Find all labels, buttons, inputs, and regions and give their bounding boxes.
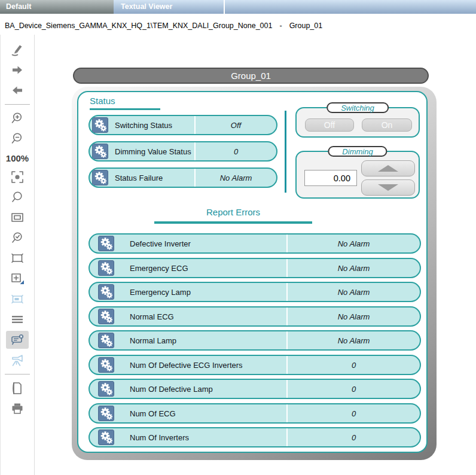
report-row-num-of-defective-lamp: Num Of Defective Lamp 0: [89, 379, 421, 399]
report-row-label: Normal Lamp: [130, 336, 176, 345]
zoom-out-icon[interactable]: [6, 130, 29, 148]
selection-rect-icon[interactable]: [6, 249, 29, 267]
report-row-label: Num Of Inverters: [130, 433, 189, 442]
report-errors-title-underline: [154, 221, 312, 224]
tab-default[interactable]: Default: [0, 0, 114, 14]
status-title-underline: [90, 108, 160, 110]
print-icon[interactable]: [6, 400, 29, 418]
arrow-left-icon[interactable]: [6, 81, 29, 99]
tab-textual-viewer[interactable]: Textual Viewer: [114, 0, 225, 14]
dimming-value-input[interactable]: [304, 170, 357, 186]
report-row-num-of-defective-ecg-inverters: Num Of Defective ECG Inverters 0: [89, 355, 421, 375]
report-row-label: Num Of Defective Lamp: [130, 385, 213, 394]
report-row-value: No Alarm: [288, 235, 420, 252]
report-row-value: 0: [288, 380, 420, 398]
status-row-value: 0: [196, 142, 276, 160]
breadcrumb-current: Group_01: [289, 22, 323, 30]
report-row-emergency-lamp: Emergency Lamp No Alarm: [89, 282, 421, 302]
breadcrumb-separator: -: [279, 22, 282, 30]
switch-on-button[interactable]: On: [362, 118, 412, 132]
row-settings-gear-icon[interactable]: [92, 144, 108, 159]
report-row-label: Defective Inverter: [130, 239, 191, 248]
report-row-label: Num Of Defective ECG Inverters: [130, 361, 243, 370]
row-settings-gear-icon[interactable]: [98, 357, 114, 373]
status-row-label: Status Failure: [115, 173, 163, 182]
panel-title-bar: Group_01: [73, 68, 429, 84]
row-settings-gear-icon[interactable]: [98, 333, 114, 348]
page-icon[interactable]: [6, 379, 29, 397]
report-row-value: No Alarm: [288, 259, 420, 277]
search-icon[interactable]: [6, 188, 29, 206]
status-row-label: Switching Status: [115, 121, 172, 130]
status-row-status-failure: Status Failure No Alarm: [89, 168, 277, 188]
report-row-value: No Alarm: [288, 283, 420, 301]
dimming-group: Dimming: [295, 151, 420, 199]
report-row-defective-inverter: Defective Inverter No Alarm: [89, 233, 421, 254]
group-panel-body: Status Switching Status Off Dimming Valu…: [77, 91, 428, 453]
row-settings-gear-icon[interactable]: [98, 284, 114, 300]
edit-pen-icon[interactable]: [6, 41, 29, 59]
layers-menu-icon[interactable]: [6, 310, 29, 328]
dimming-decrease-button[interactable]: [361, 179, 415, 196]
report-row-label: Normal ECG: [130, 312, 174, 321]
arrow-up-icon: [378, 165, 398, 172]
arrow-right-icon[interactable]: [6, 61, 29, 79]
dimming-increase-button[interactable]: [361, 160, 415, 176]
graphics-toolbar: 100%: [0, 35, 35, 475]
pan-view-icon[interactable]: [6, 290, 29, 308]
report-row-label: Emergency Lamp: [130, 288, 191, 297]
dimming-group-title: Dimming: [328, 146, 387, 157]
crosshair-target-icon[interactable]: [6, 270, 29, 288]
status-row-value: Off: [196, 116, 276, 134]
toolbar-divider: [5, 104, 30, 105]
report-errors-section-title: Report Errors: [78, 207, 388, 217]
report-row-num-of-inverters: Num Of Inverters 0: [89, 427, 421, 447]
row-settings-gear-icon[interactable]: [98, 236, 114, 251]
status-section-title: Status: [90, 96, 115, 106]
switching-group: Switching Off On: [295, 107, 420, 138]
report-row-value: 0: [288, 404, 420, 422]
zoom-level-label: 100%: [6, 150, 29, 166]
switching-group-title: Switching: [327, 102, 389, 113]
report-row-num-of-ecg: Num Of ECG 0: [89, 403, 421, 424]
report-row-label: Num Of ECG: [130, 409, 176, 418]
switch-off-button[interactable]: Off: [305, 118, 354, 132]
zoom-in-icon[interactable]: [6, 109, 29, 127]
report-row-normal-lamp: Normal Lamp No Alarm: [89, 330, 421, 351]
status-row-switching-status: Switching Status Off: [89, 115, 277, 135]
report-row-value: No Alarm: [288, 331, 420, 349]
status-row-value: No Alarm: [196, 169, 276, 187]
zoom-window-icon[interactable]: [6, 209, 29, 227]
report-row-normal-ecg: Normal ECG No Alarm: [89, 306, 421, 327]
status-section-divider: [285, 111, 286, 193]
breadcrumb: BA_Device_Siemens_GAMMA_KNX_HQ_1\TEM_KNX…: [5, 22, 322, 30]
camera-icon[interactable]: [6, 351, 29, 369]
row-settings-gear-icon[interactable]: [98, 430, 114, 445]
tooltip-search-icon[interactable]: [6, 331, 29, 349]
report-row-value: 0: [288, 356, 420, 374]
report-row-value: No Alarm: [288, 307, 420, 325]
toolbar-divider: [5, 374, 30, 374]
report-row-label: Emergency ECG: [130, 264, 188, 273]
row-settings-gear-icon[interactable]: [98, 406, 114, 421]
breadcrumb-path: BA_Device_Siemens_GAMMA_KNX_HQ_1\TEM_KNX…: [5, 22, 272, 30]
row-settings-gear-icon[interactable]: [98, 260, 114, 276]
status-row-label: Dimming Value Status: [115, 147, 191, 156]
row-settings-gear-icon[interactable]: [92, 117, 108, 133]
zoom-check-icon[interactable]: [6, 229, 29, 247]
row-settings-gear-icon[interactable]: [92, 170, 108, 185]
status-row-dimming-value-status: Dimming Value Status 0: [89, 141, 277, 162]
row-settings-gear-icon[interactable]: [98, 381, 114, 397]
group-panel: Status Switching Status Off Dimming Valu…: [72, 87, 437, 460]
tab-bar: Default Textual Viewer: [0, 0, 476, 14]
arrow-down-icon: [378, 184, 398, 191]
report-row-emergency-ecg: Emergency ECG No Alarm: [89, 258, 421, 278]
report-row-value: 0: [288, 428, 420, 446]
row-settings-gear-icon[interactable]: [98, 309, 114, 324]
fit-view-icon[interactable]: [6, 168, 29, 186]
